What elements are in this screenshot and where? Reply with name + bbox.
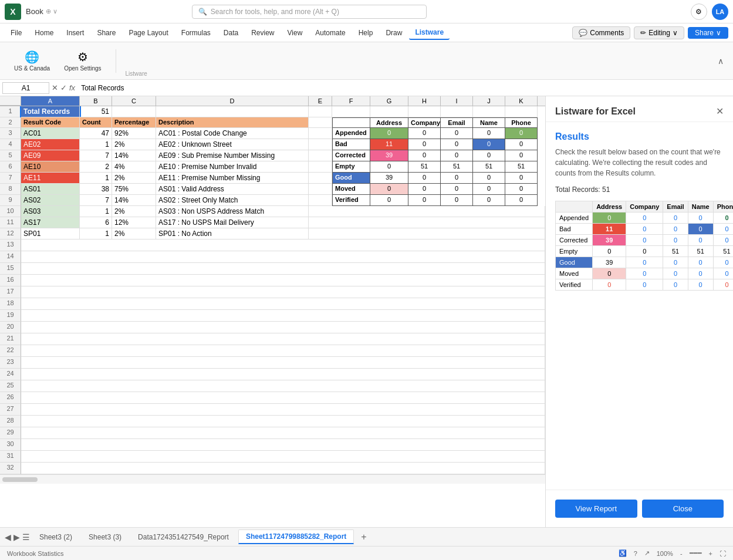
cell-c1[interactable] xyxy=(112,106,156,117)
cell-empty-24[interactable] xyxy=(21,369,545,380)
cell-d3[interactable]: AC01 : Postal Code Change xyxy=(156,128,309,139)
cell-empty-26[interactable] xyxy=(21,392,545,404)
cell-a4[interactable]: AE02 xyxy=(21,139,80,150)
cell-h3[interactable]: 0 xyxy=(408,128,441,139)
cell-reference-input[interactable] xyxy=(2,82,49,94)
cell-e5[interactable] xyxy=(309,150,332,161)
cell-c12[interactable]: 2% xyxy=(112,228,156,239)
menu-review[interactable]: Review xyxy=(245,26,280,39)
cell-b11[interactable]: 6 xyxy=(80,217,112,228)
cell-a10[interactable]: AS03 xyxy=(21,206,80,217)
cell-b3[interactable]: 47 xyxy=(80,128,112,139)
cell-empty-28[interactable] xyxy=(21,416,545,427)
panel-close-button[interactable]: ✕ xyxy=(716,106,724,117)
horizontal-scroll[interactable] xyxy=(0,474,545,484)
cell-d12[interactable]: SP01 : No Action xyxy=(156,228,309,239)
open-settings-button[interactable]: ⚙ Open Settings xyxy=(59,48,106,74)
cell-e6[interactable] xyxy=(309,161,332,173)
cell-b7[interactable]: 1 xyxy=(80,173,112,184)
cell-c9[interactable]: 14% xyxy=(112,195,156,206)
cell-k6[interactable]: 51 xyxy=(505,161,538,173)
cell-g4[interactable]: 11 xyxy=(370,139,408,150)
menu-automate[interactable]: Automate xyxy=(309,26,351,39)
cell-d4[interactable]: AE02 : Unknown Street xyxy=(156,139,309,150)
cell-empty-22[interactable] xyxy=(21,345,545,357)
cell-a5[interactable]: AE09 xyxy=(21,150,80,161)
cell-empty-17[interactable] xyxy=(21,286,545,298)
cell-j9[interactable]: 0 xyxy=(473,195,505,206)
cell-f6[interactable]: Empty xyxy=(332,161,370,173)
sheet-tab-3[interactable]: Data1724351427549_Report xyxy=(131,531,236,544)
formula-input[interactable] xyxy=(77,83,731,93)
add-sheet-button[interactable]: + xyxy=(356,529,371,545)
cell-h5[interactable]: 0 xyxy=(408,150,441,161)
cell-j8[interactable]: 0 xyxy=(473,184,505,195)
sheet-tab-2[interactable]: Sheet3 (3) xyxy=(82,531,129,544)
cell-e2[interactable] xyxy=(309,117,332,128)
scroll-thumb[interactable] xyxy=(2,477,38,482)
close-panel-button[interactable]: Close xyxy=(642,500,724,518)
formula-function-icon[interactable]: fx xyxy=(69,83,75,92)
formula-confirm-icon[interactable]: ✓ xyxy=(60,83,67,92)
cell-empty-32[interactable] xyxy=(21,463,545,474)
cell-b4[interactable]: 1 xyxy=(80,139,112,150)
col-header-k[interactable]: K xyxy=(505,96,538,106)
cell-d5[interactable]: AE09 : Sub Premise Number Missing xyxy=(156,150,309,161)
settings-icon[interactable]: ⚙ xyxy=(691,4,707,20)
fullscreen-icon[interactable]: ⛶ xyxy=(720,550,726,557)
cell-j2[interactable]: Name xyxy=(473,117,505,128)
zoom-out-icon[interactable]: - xyxy=(680,550,683,557)
cell-k2[interactable]: Phone xyxy=(505,117,538,128)
cell-empty-23[interactable] xyxy=(21,357,545,369)
cell-c11[interactable]: 12% xyxy=(112,217,156,228)
cell-c4[interactable]: 2% xyxy=(112,139,156,150)
search-box[interactable]: 🔍 Search for tools, help, and more (Alt … xyxy=(192,5,427,19)
cell-h1[interactable] xyxy=(408,106,441,117)
cell-k1[interactable] xyxy=(505,106,538,117)
cell-k8[interactable]: 0 xyxy=(505,184,538,195)
us-canada-button[interactable]: 🌐 US & Canada xyxy=(9,48,55,74)
col-header-c[interactable]: C xyxy=(112,96,156,106)
cell-h6[interactable]: 51 xyxy=(408,161,441,173)
cell-i4[interactable]: 0 xyxy=(441,139,473,150)
cell-k7[interactable]: 0 xyxy=(505,173,538,184)
tab-menu-button[interactable]: ☰ xyxy=(22,532,30,542)
ribbon-collapse-button[interactable]: ∧ xyxy=(718,56,724,66)
cell-empty-19[interactable] xyxy=(21,310,545,322)
cell-e3[interactable] xyxy=(309,128,332,139)
cell-i3[interactable]: 0 xyxy=(441,128,473,139)
col-header-a[interactable]: A xyxy=(21,96,80,106)
cell-j6[interactable]: 51 xyxy=(473,161,505,173)
zoom-slider[interactable]: ━━━ xyxy=(690,549,702,557)
cell-c6[interactable]: 4% xyxy=(112,161,156,173)
cell-empty-29[interactable] xyxy=(21,427,545,439)
menu-home[interactable]: Home xyxy=(29,26,59,39)
col-header-d[interactable]: D xyxy=(156,96,309,106)
cell-d11[interactable]: AS17 : No USPS Mail Delivery xyxy=(156,217,309,228)
cell-d1[interactable] xyxy=(156,106,309,117)
avatar[interactable]: LA xyxy=(712,4,728,20)
cell-h9[interactable]: 0 xyxy=(408,195,441,206)
cell-a2[interactable]: Result Code xyxy=(21,117,80,128)
sheet-tab-4[interactable]: Sheet11724799885282_Report xyxy=(238,529,354,544)
col-header-f[interactable]: F xyxy=(332,96,370,106)
menu-formulas[interactable]: Formulas xyxy=(175,26,217,39)
col-header-g[interactable]: G xyxy=(370,96,408,106)
zoom-in-icon[interactable]: + xyxy=(709,550,712,557)
menu-view[interactable]: View xyxy=(282,26,309,39)
cell-a1[interactable]: Total Records xyxy=(21,106,80,117)
cell-d2[interactable]: Description xyxy=(156,117,309,128)
cell-d9[interactable]: AS02 : Street Only Match xyxy=(156,195,309,206)
cell-c8[interactable]: 75% xyxy=(112,184,156,195)
cell-f1[interactable] xyxy=(332,106,370,117)
cell-f5[interactable]: Corrected xyxy=(332,150,370,161)
cell-b6[interactable]: 2 xyxy=(80,161,112,173)
cell-i6[interactable]: 51 xyxy=(441,161,473,173)
cell-f3[interactable]: Appended xyxy=(332,128,370,139)
menu-data[interactable]: Data xyxy=(218,26,244,39)
tab-next-button[interactable]: ▶ xyxy=(13,532,20,542)
cell-h4[interactable]: 0 xyxy=(408,139,441,150)
cell-a8[interactable]: AS01 xyxy=(21,184,80,195)
cell-e7[interactable] xyxy=(309,173,332,184)
cell-e9[interactable] xyxy=(309,195,332,206)
